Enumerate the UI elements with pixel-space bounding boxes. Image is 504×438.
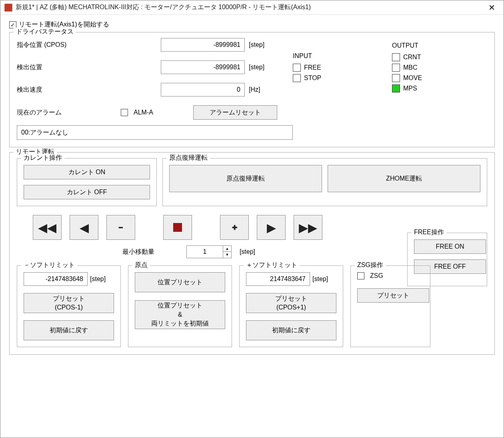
app-icon bbox=[4, 4, 12, 12]
origin-group: 原点 位置プリセット 位置プリセット & 両リミットを初期値 bbox=[128, 265, 232, 347]
close-icon[interactable]: ✕ bbox=[484, 3, 500, 12]
pos-softlimit-group: ＋ソフトリミット 2147483647 [step] プリセット (CPOS+1… bbox=[239, 265, 343, 347]
pos-softlimit-value: 2147483647 bbox=[246, 272, 310, 286]
crnt-indicator bbox=[392, 53, 400, 61]
pos-reset-button[interactable]: 初期値に戻す bbox=[246, 320, 336, 340]
driver-status-title: ドライバステータス bbox=[14, 28, 76, 36]
jog-fast-rewind-button[interactable]: ◀◀ bbox=[33, 215, 62, 240]
alm-a-checkbox-wrap: ALM-A bbox=[121, 109, 153, 116]
minmove-spinner[interactable]: 1 ▲ ▼ bbox=[186, 245, 232, 258]
current-ops-group: カレント操作 カレント ON カレント OFF bbox=[17, 158, 157, 206]
input-title: INPUT bbox=[293, 52, 388, 60]
titlebar: 新規1* | AZ (多軸) MECHATROLINK-III対応 : モーター… bbox=[0, 0, 504, 15]
zsg-title: ZSG操作 bbox=[355, 261, 386, 269]
detspeed-value: 0 bbox=[161, 83, 245, 96]
stop-indicator bbox=[293, 74, 301, 82]
cpos-label: 指令位置 (CPOS) bbox=[17, 41, 157, 49]
homing-title: 原点復帰運転 bbox=[167, 154, 210, 162]
minmove-label: 最小移動量 bbox=[98, 248, 178, 256]
output-mbc: MBC bbox=[392, 64, 487, 72]
pos-softlimit-unit: [step] bbox=[312, 275, 328, 283]
minmove-unit: [step] bbox=[240, 248, 255, 255]
current-on-button[interactable]: カレント ON bbox=[24, 165, 150, 179]
alm-a-label: ALM-A bbox=[134, 109, 153, 116]
jog-fast-forward-button[interactable]: ▶▶ bbox=[294, 215, 322, 240]
output-title: OUTPUT bbox=[392, 42, 487, 49]
input-block: INPUT FREE STOP bbox=[293, 52, 388, 82]
free-ops-title: FREE操作 bbox=[412, 228, 446, 237]
position-preset-button[interactable]: 位置プリセット bbox=[135, 272, 225, 292]
minmove-value: 1 bbox=[187, 248, 223, 255]
neg-softlimit-unit: [step] bbox=[90, 275, 106, 283]
neg-reset-button[interactable]: 初期値に戻す bbox=[24, 320, 114, 340]
window-title: 新規1* | AZ (多軸) MECHATROLINK-III対応 : モーター… bbox=[16, 3, 484, 12]
pos-softlimit-title: ＋ソフトリミット bbox=[244, 261, 300, 269]
remote-group: リモート運転 カレント操作 カレント ON カレント OFF 原点復帰運転 原点… bbox=[9, 152, 495, 355]
stop-icon bbox=[173, 223, 182, 232]
homing-button[interactable]: 原点復帰運転 bbox=[169, 165, 322, 192]
output-move: MOVE bbox=[392, 74, 487, 82]
detpos-value: -8999981 bbox=[161, 60, 245, 74]
jog-stop-button[interactable] bbox=[163, 215, 192, 240]
input-free: FREE bbox=[293, 64, 388, 72]
detpos-unit: [step] bbox=[249, 64, 289, 71]
detspeed-label: 検出速度 bbox=[17, 86, 157, 94]
cpos-value: -8999981 bbox=[161, 38, 245, 52]
neg-softlimit-title: －ソフトリミット bbox=[21, 261, 77, 269]
spinner-down-icon[interactable]: ▼ bbox=[223, 252, 231, 258]
detpos-label: 検出位置 bbox=[17, 63, 157, 72]
free-on-button[interactable]: FREE ON bbox=[414, 239, 486, 254]
alm-a-checkbox[interactable] bbox=[121, 109, 128, 116]
neg-softlimit-group: －ソフトリミット -2147483648 [step] プリセット (CPOS-… bbox=[17, 265, 121, 347]
window: 新規1* | AZ (多軸) MECHATROLINK-III対応 : モーター… bbox=[0, 0, 504, 438]
input-stop: STOP bbox=[293, 74, 388, 82]
neg-softlimit-value: -2147483648 bbox=[24, 272, 88, 286]
alarm-reset-button[interactable]: アラームリセット bbox=[193, 105, 277, 120]
current-off-button[interactable]: カレント OFF bbox=[24, 185, 150, 199]
detspeed-unit: [Hz] bbox=[249, 86, 289, 93]
mps-indicator bbox=[392, 84, 400, 92]
current-ops-title: カレント操作 bbox=[21, 154, 64, 162]
start-remote-checkbox-row: リモート運転(Axis1)を開始する bbox=[9, 20, 495, 29]
free-indicator bbox=[293, 64, 301, 72]
spinner-up-icon[interactable]: ▲ bbox=[223, 246, 231, 252]
output-crnt: CRNT bbox=[392, 53, 487, 61]
jog-forward-button[interactable]: ▶ bbox=[257, 215, 286, 240]
output-block: OUTPUT CRNT MBC MOVE MPS bbox=[392, 42, 487, 92]
jog-plus-button[interactable]: ✚ bbox=[220, 215, 249, 240]
zsg-checkbox[interactable] bbox=[357, 272, 364, 279]
pos-preset-button[interactable]: プリセット (CPOS+1) bbox=[246, 293, 336, 313]
zsg-preset-button[interactable]: プリセット bbox=[357, 288, 429, 303]
mbc-indicator bbox=[392, 64, 400, 72]
cpos-unit: [step] bbox=[249, 41, 289, 48]
jog-minus-button[interactable]: ━ bbox=[106, 215, 135, 240]
zsg-group: ZSG操作 ZSG プリセット bbox=[350, 265, 430, 347]
zsg-label: ZSG bbox=[370, 272, 383, 279]
neg-preset-button[interactable]: プリセット (CPOS-1) bbox=[24, 293, 114, 313]
move-indicator bbox=[392, 74, 400, 82]
start-remote-checkbox[interactable] bbox=[9, 21, 16, 28]
alarm-text: 00:アラームなし bbox=[17, 125, 293, 140]
jog-rewind-button[interactable]: ◀ bbox=[70, 215, 98, 240]
zhome-button[interactable]: ZHOME運転 bbox=[328, 165, 480, 192]
position-preset-both-button[interactable]: 位置プリセット & 両リミットを初期値 bbox=[135, 300, 225, 329]
origin-title: 原点 bbox=[132, 261, 150, 269]
driver-status-group: ドライバステータス 指令位置 (CPOS) -8999981 [step] IN… bbox=[9, 32, 495, 147]
homing-group: 原点復帰運転 原点復帰運転 ZHOME運転 bbox=[162, 158, 487, 206]
output-mps: MPS bbox=[392, 84, 487, 92]
alarm-label: 現在のアラーム bbox=[17, 108, 113, 117]
